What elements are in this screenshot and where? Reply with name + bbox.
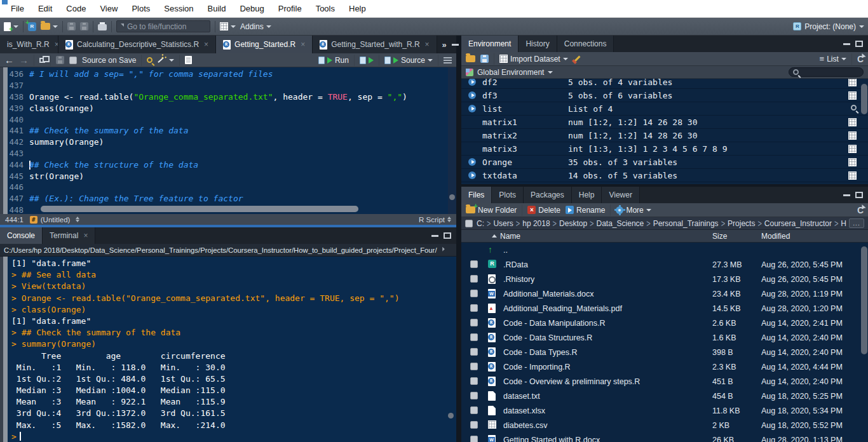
tab-files[interactable]: Files (461, 187, 492, 203)
env-row-df2[interactable]: df25 obs. of 4 variables (461, 79, 868, 89)
editor-scrollbar[interactable] (448, 67, 456, 214)
close-icon[interactable]: × (425, 40, 430, 49)
editor-line[interactable]: 445str(Orange) (0, 170, 456, 182)
menu-file[interactable]: File (4, 1, 31, 17)
minimize-icon[interactable] (431, 235, 438, 237)
save-button[interactable] (67, 22, 76, 30)
file-row[interactable]: .RData27.3 MBAug 26, 2020, 5:45 PM (461, 257, 868, 272)
editor-line[interactable]: 446 (0, 182, 456, 193)
file-row[interactable]: dataset.txt454 BAug 18, 2020, 5:25 PM (461, 389, 868, 403)
file-checkbox[interactable] (470, 436, 478, 442)
breadcrumb-item[interactable]: Users (493, 219, 513, 228)
new-file-button[interactable] (4, 22, 18, 31)
tab-environment[interactable]: Environment (461, 36, 519, 52)
console-tab-terminal[interactable]: Terminal× (43, 227, 95, 244)
compile-report-icon[interactable] (185, 56, 192, 64)
code-editor[interactable]: 436# I will add a sep= "," for comma sep… (0, 67, 456, 214)
env-row-matrix1[interactable]: matrix1num [1:2, 1:2] 14 26 28 30 (461, 116, 868, 129)
file-checkbox[interactable] (470, 377, 478, 385)
refresh-icon[interactable]: C (857, 55, 864, 64)
menu-debug[interactable]: Debug (233, 1, 271, 17)
editor-line[interactable]: 442summary(Orange) (0, 137, 456, 148)
import-dataset-button[interactable]: Import Dataset (499, 55, 568, 64)
load-workspace-icon[interactable] (466, 55, 475, 62)
view-data-icon[interactable] (848, 79, 857, 86)
clear-workspace-icon[interactable] (574, 56, 580, 62)
console-tab-console[interactable]: Console (0, 227, 43, 244)
source-button[interactable]: Source (384, 56, 433, 65)
save-workspace-icon[interactable] (480, 55, 489, 63)
column-size[interactable]: Size (712, 232, 727, 241)
magnifier-icon[interactable] (851, 105, 857, 110)
popout-icon[interactable] (39, 58, 45, 63)
print-button[interactable] (98, 22, 107, 30)
refresh-icon[interactable]: C (857, 206, 864, 215)
delete-button[interactable]: × Delete (527, 206, 560, 215)
file-name[interactable]: .. (503, 246, 508, 255)
file-row[interactable]: Code - Overview & preliminary steps.R451… (461, 374, 868, 389)
breadcrumb-item[interactable]: Projects (728, 219, 755, 228)
file-name[interactable]: diabetes.csv (503, 421, 547, 430)
close-icon[interactable]: × (301, 40, 305, 49)
back-icon[interactable]: ← (4, 56, 14, 65)
file-row[interactable]: Additional_Materials.docx23.4 KBAug 28, … (461, 286, 868, 301)
close-icon[interactable]: × (204, 40, 208, 49)
menu-help[interactable]: Help (342, 1, 373, 17)
run-button[interactable]: Run (318, 56, 349, 65)
breadcrumb-item[interactable]: H (841, 219, 846, 228)
tab-packages[interactable]: Packages (524, 187, 572, 203)
file-name[interactable]: .Rhistory (503, 275, 534, 284)
view-data-icon[interactable] (848, 145, 857, 153)
menu-plots[interactable]: Plots (125, 1, 157, 17)
code-tools-icon[interactable] (158, 57, 165, 63)
file-checkbox[interactable] (470, 421, 478, 429)
menu-code[interactable]: Code (59, 1, 93, 17)
new-folder-button[interactable]: New Folder (466, 206, 517, 215)
env-row-df3[interactable]: df35 obs. of 6 variables (461, 89, 868, 102)
source-on-save-checkbox[interactable] (69, 57, 77, 64)
breadcrumb-item[interactable]: Data_Science (597, 219, 644, 228)
file-checkbox[interactable] (470, 348, 478, 356)
breadcrumb-item[interactable]: Personal_Trainings (653, 219, 719, 228)
rename-button[interactable]: Rename (566, 206, 605, 215)
env-view-selector[interactable]: ≡ List (820, 54, 846, 64)
maximize-icon[interactable] (444, 232, 451, 239)
expand-icon[interactable] (468, 79, 476, 86)
file-row[interactable]: dataset.xlsx11.8 KBAug 18, 2020, 5:34 PM (461, 403, 868, 418)
breadcrumb-overflow-button[interactable]: ... (849, 218, 864, 228)
console-scroll-thumb[interactable] (448, 413, 454, 419)
source-tab-calculating-descriptive-statistics-r[interactable]: Calculating_Descriptive_Statistics.R× (58, 36, 216, 53)
file-checkbox[interactable] (470, 319, 478, 326)
file-checkbox[interactable] (470, 333, 478, 341)
menu-edit[interactable]: Edit (31, 1, 59, 17)
env-row-txtdata[interactable]: txtdata14 obs. of 5 variables (461, 169, 868, 182)
maximize-icon[interactable] (855, 192, 863, 198)
breadcrumb-item[interactable]: Coursera_Instructor (764, 219, 832, 228)
file-name[interactable]: Additional_Materials.docx (503, 290, 593, 298)
editor-line[interactable]: 439class(Orange) (0, 102, 456, 114)
expand-icon[interactable] (468, 105, 476, 112)
file-row[interactable]: Getting Started with R.docx26 KBAug 28, … (461, 432, 868, 442)
file-row[interactable]: ↑.. (461, 243, 868, 257)
editor-line[interactable]: 440 (0, 114, 456, 125)
minimize-icon[interactable] (843, 43, 850, 45)
env-row-matrix2[interactable]: matrix2num [1:2, 1:2] 14 28 26 30 (461, 129, 868, 142)
breadcrumb-item[interactable]: C: (477, 219, 484, 228)
file-row[interactable]: Additional_Reading_Materials.pdf14.5 KBA… (461, 301, 868, 316)
tab-connections[interactable]: Connections (557, 36, 614, 52)
tab-overflow-icon[interactable]: » (442, 40, 447, 50)
minimize-icon[interactable] (452, 44, 459, 46)
file-checkbox[interactable] (470, 260, 478, 268)
expand-icon[interactable] (468, 171, 476, 179)
file-checkbox[interactable] (470, 290, 478, 297)
console-output[interactable]: [1] "data.frame"> ## See all data> View(… (0, 257, 456, 442)
sort-ascending-icon[interactable] (492, 234, 497, 238)
expand-icon[interactable] (468, 91, 476, 99)
file-name[interactable]: Code - Data Structures.R (503, 333, 592, 342)
breadcrumb-item[interactable]: Desktop (559, 219, 587, 228)
more-button[interactable]: More (616, 206, 651, 215)
file-name[interactable]: .RData (503, 260, 528, 269)
source-tab-getting-started-with-r-r[interactable]: Getting_Started_with_R.R× (313, 36, 437, 53)
file-name[interactable]: Code - Data Types.R (503, 348, 578, 357)
env-row-matrix3[interactable]: matrix3int [1:3, 1:3] 1 2 3 4 5 6 7 8 9 (461, 142, 868, 156)
